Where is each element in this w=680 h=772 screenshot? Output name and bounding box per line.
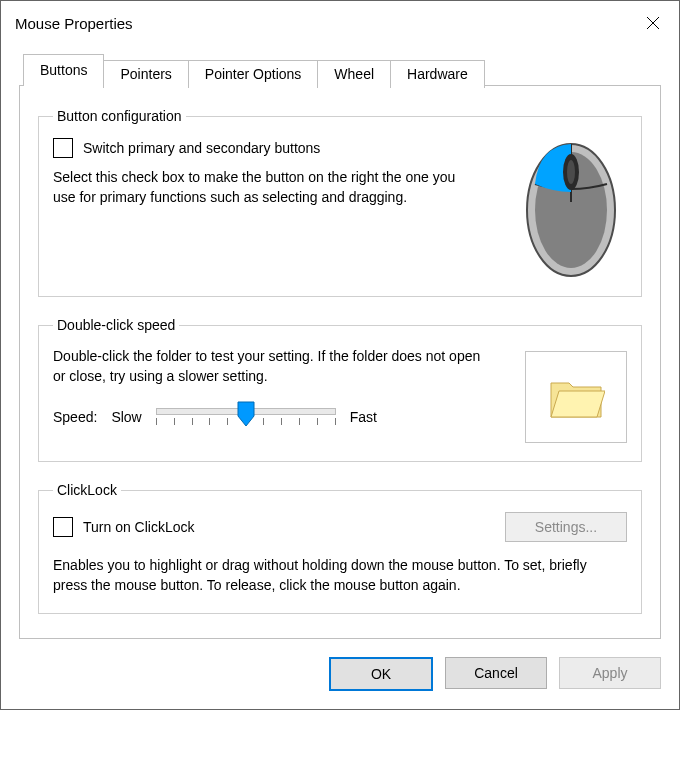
button-configuration-description: Select this check box to make the button…	[53, 168, 473, 207]
clicklock-label: Turn on ClickLock	[83, 519, 195, 535]
double-click-speed-group: Double-click speed Double-click the fold…	[38, 317, 642, 462]
clicklock-settings-button[interactable]: Settings...	[505, 512, 627, 542]
clicklock-legend: ClickLock	[53, 482, 121, 498]
double-click-test-folder[interactable]	[525, 351, 627, 443]
titlebar: Mouse Properties	[1, 1, 679, 47]
mouse-icon	[515, 138, 627, 278]
button-configuration-group: Button configuration Switch primary and …	[38, 108, 642, 297]
apply-button[interactable]: Apply	[559, 657, 661, 689]
speed-label: Speed:	[53, 409, 97, 425]
mouse-properties-dialog: Mouse Properties Buttons Pointers Pointe…	[0, 0, 680, 710]
clicklock-description: Enables you to highlight or drag without…	[53, 556, 613, 595]
tab-pointer-options[interactable]: Pointer Options	[188, 60, 319, 88]
speed-fast-label: Fast	[350, 409, 377, 425]
speed-slider[interactable]	[156, 400, 336, 434]
switch-buttons-checkbox[interactable]	[53, 138, 73, 158]
close-icon	[645, 15, 661, 31]
ok-button[interactable]: OK	[329, 657, 433, 691]
tab-wheel[interactable]: Wheel	[317, 60, 391, 88]
clicklock-group: ClickLock Turn on ClickLock Settings... …	[38, 482, 642, 614]
double-click-description: Double-click the folder to test your set…	[53, 347, 483, 386]
tab-row: Buttons Pointers Pointer Options Wheel H…	[23, 53, 661, 85]
window-title: Mouse Properties	[15, 15, 133, 32]
close-button[interactable]	[639, 9, 667, 37]
folder-icon	[547, 373, 605, 421]
tab-buttons[interactable]: Buttons	[23, 54, 104, 86]
clicklock-checkbox[interactable]	[53, 517, 73, 537]
svg-point-5	[567, 160, 575, 184]
tab-panel-buttons: Button configuration Switch primary and …	[19, 85, 661, 639]
slider-thumb[interactable]	[235, 400, 257, 431]
button-configuration-legend: Button configuration	[53, 108, 186, 124]
speed-slow-label: Slow	[111, 409, 141, 425]
tab-area: Buttons Pointers Pointer Options Wheel H…	[19, 53, 661, 639]
double-click-speed-legend: Double-click speed	[53, 317, 179, 333]
tab-pointers[interactable]: Pointers	[103, 60, 188, 88]
dialog-button-row: OK Cancel Apply	[1, 639, 679, 709]
tab-hardware[interactable]: Hardware	[390, 60, 485, 88]
cancel-button[interactable]: Cancel	[445, 657, 547, 689]
switch-buttons-label: Switch primary and secondary buttons	[83, 140, 320, 156]
